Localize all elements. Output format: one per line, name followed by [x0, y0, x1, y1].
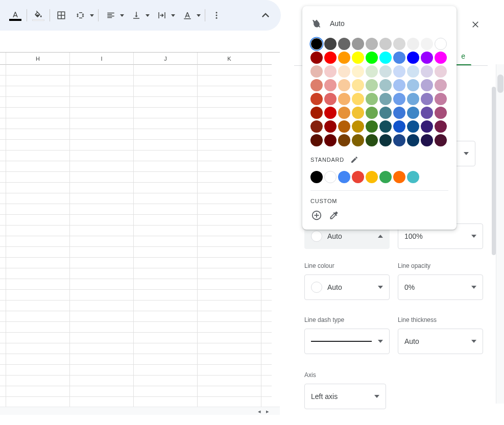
cell[interactable] — [70, 97, 134, 108]
cell[interactable] — [198, 65, 261, 76]
cell[interactable] — [0, 215, 6, 226]
cell[interactable] — [70, 247, 134, 258]
color-swatch[interactable] — [379, 52, 392, 64]
cell[interactable] — [0, 279, 6, 290]
grid-row[interactable] — [0, 140, 280, 151]
scroll-left-button[interactable]: ◂ — [255, 407, 263, 415]
cell[interactable] — [261, 226, 272, 236]
grid-row[interactable] — [0, 236, 280, 247]
cell[interactable] — [0, 354, 6, 365]
horizontal-scrollbar[interactable]: ◂ ▸ — [0, 407, 280, 415]
spreadsheet-grid[interactable]: H I J K — [0, 52, 280, 415]
cell[interactable] — [198, 172, 261, 183]
vertical-scrollbar-thumb[interactable] — [497, 74, 503, 93]
color-swatch[interactable] — [310, 38, 323, 50]
cell[interactable] — [261, 183, 272, 193]
cell[interactable] — [261, 247, 272, 258]
grid-row[interactable] — [0, 311, 280, 322]
cell[interactable] — [198, 236, 261, 247]
cell[interactable] — [70, 311, 134, 322]
color-swatch[interactable] — [393, 93, 405, 105]
vertical-align-button[interactable] — [127, 8, 151, 23]
cell[interactable] — [0, 236, 6, 247]
add-custom-color-button[interactable] — [310, 209, 323, 221]
cell[interactable] — [6, 183, 70, 193]
cell[interactable] — [70, 258, 134, 268]
color-swatch[interactable] — [310, 93, 323, 105]
cell[interactable] — [261, 386, 272, 397]
cell[interactable] — [198, 279, 261, 290]
color-swatch[interactable] — [324, 171, 337, 183]
cell[interactable] — [0, 258, 6, 268]
color-swatch[interactable] — [421, 93, 433, 105]
grid-row[interactable] — [0, 365, 280, 376]
cell[interactable] — [261, 140, 272, 151]
cell[interactable] — [70, 376, 134, 386]
cell[interactable] — [70, 193, 134, 204]
color-swatch[interactable] — [366, 79, 378, 91]
cell[interactable] — [6, 65, 70, 76]
cell[interactable] — [134, 151, 198, 161]
grid-row[interactable] — [0, 151, 280, 161]
cell[interactable] — [261, 65, 272, 76]
cell[interactable] — [70, 290, 134, 301]
color-swatch[interactable] — [324, 120, 337, 133]
color-swatch[interactable] — [435, 79, 447, 91]
cell[interactable] — [261, 151, 272, 161]
cell[interactable] — [134, 86, 198, 97]
cell[interactable] — [0, 129, 6, 140]
grid-row[interactable] — [0, 279, 280, 290]
more-button[interactable] — [208, 8, 225, 23]
cell[interactable] — [134, 129, 198, 140]
cell[interactable] — [198, 129, 261, 140]
cell[interactable] — [6, 268, 70, 279]
color-swatch[interactable] — [310, 107, 323, 119]
cell[interactable] — [198, 76, 261, 86]
cell[interactable] — [134, 97, 198, 108]
color-swatch[interactable] — [338, 79, 350, 91]
grid-row[interactable] — [0, 172, 280, 183]
cell[interactable] — [261, 236, 272, 247]
color-swatch[interactable] — [310, 79, 323, 91]
cell[interactable] — [198, 161, 261, 172]
color-swatch[interactable] — [379, 93, 392, 105]
color-swatch[interactable] — [393, 38, 405, 50]
cell[interactable] — [6, 301, 70, 311]
cell[interactable] — [70, 226, 134, 236]
cell[interactable] — [6, 97, 70, 108]
color-swatch[interactable] — [379, 134, 392, 146]
cell[interactable] — [70, 76, 134, 86]
cell[interactable] — [134, 268, 198, 279]
color-swatch[interactable] — [352, 171, 364, 183]
cell[interactable] — [198, 226, 261, 236]
color-swatch[interactable] — [379, 79, 392, 91]
color-swatch[interactable] — [338, 171, 350, 183]
column-header-partial[interactable] — [0, 53, 6, 65]
cell[interactable] — [134, 172, 198, 183]
color-swatch[interactable] — [393, 107, 405, 119]
cell[interactable] — [0, 151, 6, 161]
cell[interactable] — [6, 151, 70, 161]
cell[interactable] — [0, 65, 6, 76]
axis-select[interactable]: Left axis — [304, 384, 386, 409]
grid-row[interactable] — [0, 65, 280, 76]
cell[interactable] — [198, 86, 261, 97]
color-swatch[interactable] — [310, 52, 323, 64]
color-swatch[interactable] — [379, 107, 392, 119]
cell[interactable] — [261, 333, 272, 343]
cell[interactable] — [261, 108, 272, 118]
grid-row[interactable] — [0, 183, 280, 193]
cell[interactable] — [6, 86, 70, 97]
cell[interactable] — [6, 76, 70, 86]
panel-scrollbar-thumb[interactable] — [492, 87, 496, 255]
cell[interactable] — [0, 376, 6, 386]
cell[interactable] — [134, 290, 198, 301]
cell[interactable] — [134, 258, 198, 268]
cell[interactable] — [134, 65, 198, 76]
cell[interactable] — [198, 258, 261, 268]
grid-row[interactable] — [0, 161, 280, 172]
cell[interactable] — [261, 118, 272, 129]
cell[interactable] — [134, 183, 198, 193]
grid-row[interactable] — [0, 108, 280, 118]
cell[interactable] — [198, 108, 261, 118]
